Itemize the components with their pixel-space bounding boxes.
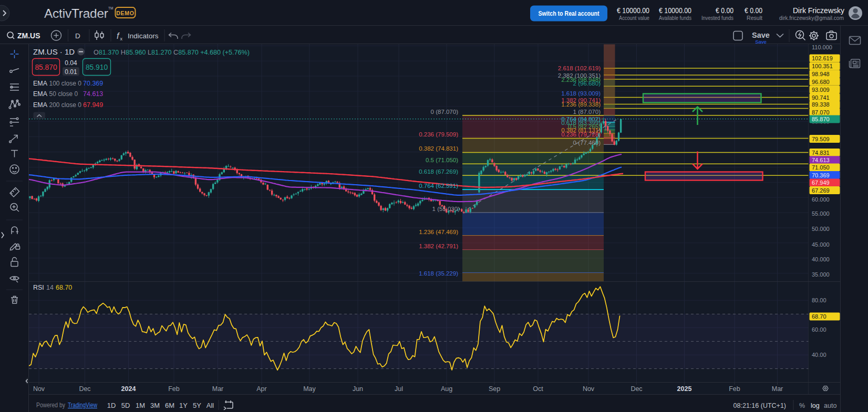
svg-text:60.000: 60.000 <box>812 196 830 203</box>
svg-text:200 close 0: 200 close 0 <box>49 101 82 109</box>
svg-text:74.613: 74.613 <box>812 157 830 163</box>
svg-text:40.00: 40.00 <box>812 352 826 358</box>
svg-text:Mar: Mar <box>212 385 224 393</box>
svg-text:D: D <box>75 32 80 40</box>
svg-text:1.236 (47.469): 1.236 (47.469) <box>419 229 458 235</box>
svg-text:80.00: 80.00 <box>812 297 826 303</box>
svg-text:1 (55.030): 1 (55.030) <box>432 206 460 212</box>
svg-text:5D: 5D <box>121 402 130 409</box>
svg-text:Account value: Account value <box>619 15 649 21</box>
svg-text:0.5 (71.050): 0.5 (71.050) <box>426 157 458 163</box>
svg-text:Available funds: Available funds <box>659 15 691 21</box>
svg-text:Invested funds: Invested funds <box>701 15 733 21</box>
svg-text:EMA: EMA <box>33 101 48 109</box>
svg-text:96.680: 96.680 <box>812 79 830 85</box>
svg-text:1 (87.070): 1 (87.070) <box>573 109 601 115</box>
svg-text:85.870: 85.870 <box>35 64 57 71</box>
svg-text:0 (87.070): 0 (87.070) <box>431 109 459 115</box>
svg-text:EMA: EMA <box>33 80 48 87</box>
svg-text:68.70: 68.70 <box>56 284 72 291</box>
svg-text:2 (96.680): 2 (96.680) <box>573 80 601 87</box>
svg-text:Result: Result <box>747 15 763 21</box>
svg-text:79.509: 79.509 <box>812 136 830 142</box>
svg-text:5Y: 5Y <box>193 402 201 409</box>
svg-text:Jun: Jun <box>353 385 363 393</box>
svg-text:2.618 (102.619): 2.618 (102.619) <box>558 65 601 71</box>
svg-text:87.070: 87.070 <box>812 109 830 115</box>
svg-text:Save: Save <box>755 39 767 45</box>
svg-text:85.870: 85.870 <box>812 116 830 122</box>
svg-text:0.04: 0.04 <box>65 59 77 67</box>
svg-text:1.236 (89.338): 1.236 (89.338) <box>561 101 601 108</box>
svg-text:0.236 (79.509): 0.236 (79.509) <box>419 131 458 138</box>
svg-text:89.338: 89.338 <box>812 101 830 108</box>
svg-text:€ 10000.00: € 10000.00 <box>659 6 691 15</box>
svg-text:Apr: Apr <box>256 385 266 393</box>
svg-text:0.382 (74.831): 0.382 (74.831) <box>419 145 458 152</box>
svg-text:50.000: 50.000 <box>812 226 830 232</box>
svg-text:Dec: Dec <box>631 385 642 393</box>
svg-text:0.236 (79.728): 0.236 (79.728) <box>561 131 601 138</box>
svg-text:Mar: Mar <box>772 385 783 393</box>
svg-text:x: x <box>120 36 123 41</box>
svg-text:Oct: Oct <box>533 385 543 393</box>
svg-text:ActivTrader: ActivTrader <box>44 6 108 20</box>
svg-text:€ 0.00: € 0.00 <box>745 6 762 15</box>
svg-text:TradingView: TradingView <box>68 402 97 409</box>
svg-text:%: % <box>799 402 805 409</box>
svg-text:DEMO: DEMO <box>116 10 135 16</box>
svg-text:90.741: 90.741 <box>812 94 830 101</box>
svg-text:3M: 3M <box>150 402 160 409</box>
svg-text:71.050: 71.050 <box>812 164 830 171</box>
svg-text:0.01: 0.01 <box>65 68 77 76</box>
svg-text:50 close 0: 50 close 0 <box>49 90 78 98</box>
svg-text:74.831: 74.831 <box>812 150 830 156</box>
svg-text:1Y: 1Y <box>179 402 188 409</box>
svg-text:TM: TM <box>108 6 113 10</box>
svg-text:Feb: Feb <box>729 385 740 393</box>
svg-text:0.764 (62.591): 0.764 (62.591) <box>419 183 458 189</box>
svg-text:€ 0.00: € 0.00 <box>716 6 733 15</box>
svg-text:70.369: 70.369 <box>812 172 830 178</box>
svg-text:60.00: 60.00 <box>812 326 826 333</box>
svg-text:2024: 2024 <box>121 385 136 393</box>
svg-text:Feb: Feb <box>168 385 180 393</box>
svg-text:100.351: 100.351 <box>812 63 833 69</box>
svg-text:67.949: 67.949 <box>812 179 830 186</box>
svg-text:85.910: 85.910 <box>86 64 108 71</box>
svg-text:Jul: Jul <box>395 385 403 393</box>
svg-text:74.613: 74.613 <box>83 90 103 98</box>
svg-text:ZM.US · 1D: ZM.US · 1D <box>33 47 75 56</box>
svg-text:67.269: 67.269 <box>812 187 830 194</box>
svg-text:67.949: 67.949 <box>83 101 103 109</box>
svg-text:1.618 (93.009): 1.618 (93.009) <box>561 90 601 97</box>
svg-text:O81.370 H85.960 L81.270 C85.87: O81.370 H85.960 L81.270 C85.870 +4.680 (… <box>94 49 250 56</box>
svg-text:Dec: Dec <box>79 385 90 393</box>
svg-text:1D: 1D <box>107 402 116 409</box>
svg-text:EMA: EMA <box>33 90 48 98</box>
svg-text:110.000: 110.000 <box>812 44 832 50</box>
svg-text:May: May <box>303 385 316 393</box>
svg-text:€ 10000.00: € 10000.00 <box>617 6 649 15</box>
svg-text:93.009: 93.009 <box>812 87 830 93</box>
svg-text:14: 14 <box>46 284 54 291</box>
svg-text:1.618 (35.229): 1.618 (35.229) <box>419 270 458 277</box>
svg-text:6M: 6M <box>165 402 174 409</box>
svg-text:Powered by: Powered by <box>36 402 65 409</box>
svg-text:All: All <box>206 402 214 409</box>
svg-text:Aug: Aug <box>441 385 452 393</box>
svg-text:98.948: 98.948 <box>812 71 830 77</box>
svg-text:RSI: RSI <box>33 284 44 291</box>
svg-text:Dirk Friczewsky: Dirk Friczewsky <box>793 6 845 15</box>
svg-text:ZM.US: ZM.US <box>17 31 40 40</box>
svg-text:102.619: 102.619 <box>812 55 833 61</box>
svg-text:45.000: 45.000 <box>812 241 830 248</box>
svg-text:Nov: Nov <box>33 385 45 393</box>
svg-text:0 (77.460): 0 (77.460) <box>573 140 601 146</box>
svg-text:auto: auto <box>824 402 836 409</box>
svg-text:55.000: 55.000 <box>812 210 830 217</box>
svg-text:Nov: Nov <box>583 385 595 393</box>
svg-text:70.369: 70.369 <box>83 80 103 87</box>
svg-text:Indicators: Indicators <box>128 32 159 40</box>
svg-text:Switch to Real account: Switch to Real account <box>539 9 600 17</box>
